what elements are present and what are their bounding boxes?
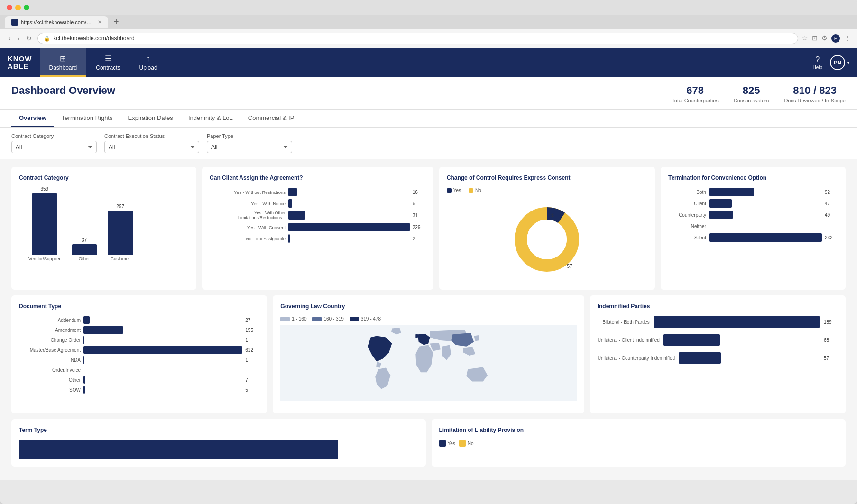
donut-container: 6 57	[447, 197, 647, 282]
filter-category-select[interactable]: All	[11, 141, 97, 153]
stat-counterparties-label: Total Counterparties	[672, 98, 718, 103]
filter-category-label: Contract Category	[11, 133, 97, 139]
filter-status-select[interactable]: All	[104, 141, 199, 153]
ca-bar-track-4	[288, 234, 410, 243]
filter-execution-status: Contract Execution Status All	[104, 133, 199, 153]
ind-val-unilateral-client: 68	[824, 338, 838, 343]
contract-category-card: Contract Category 359 Vendor/Supplier 37…	[11, 167, 196, 290]
legend-yes-dot	[447, 188, 452, 193]
tfc-bar-fill-client	[709, 199, 732, 208]
filter-paper-type: Paper Type All	[207, 133, 292, 153]
ind-label-unilateral-client: Unilateral - Client Indemnified	[598, 338, 660, 343]
bar-other: 37 Other	[72, 238, 97, 261]
close-button[interactable]	[7, 5, 12, 10]
screenshot-icon[interactable]: ⊡	[812, 34, 818, 43]
dt-bar-fill-amendment	[83, 326, 123, 334]
doc-type-chart: Addendum 27 Amendment 155	[19, 316, 259, 394]
ca-bar-track-0	[288, 188, 410, 196]
legend-no-label: No	[475, 188, 481, 193]
tfc-bar-fill-both	[709, 188, 754, 196]
maximize-button[interactable]	[24, 5, 29, 10]
tab-close-icon[interactable]: ✕	[98, 19, 101, 25]
user-avatar[interactable]: PN	[830, 55, 845, 70]
ind-row-unilateral-client: Unilateral - Client Indemnified 68	[598, 334, 838, 346]
dt-row-order-invoice: Order/Invoice	[19, 366, 259, 374]
tfc-chart: Both 92 Client 47	[668, 188, 838, 242]
lol-legend-yes: Yes	[439, 440, 455, 447]
lol-legend-yes-text: Yes	[448, 441, 455, 446]
url-box[interactable]: 🔒 kci.theknowable.com/dashboard	[37, 33, 798, 44]
title-bar	[0, 0, 857, 15]
tfc-label-silent: Silent	[668, 235, 706, 240]
nav-item-dashboard[interactable]: ⊞ Dashboard	[40, 48, 87, 77]
tfc-bar-track-client	[709, 199, 822, 208]
dt-val-other: 7	[245, 377, 259, 383]
nav-item-contracts[interactable]: ☰ Contracts	[86, 48, 129, 77]
dt-val-amendment: 155	[245, 328, 259, 333]
contracts-icon: ☰	[105, 54, 111, 63]
bookmark-icon[interactable]: ☆	[802, 34, 808, 43]
dt-bar-fill-master	[83, 346, 242, 354]
back-button[interactable]: ‹	[7, 34, 13, 43]
tfc-label-counterparty: Counterparty	[668, 212, 706, 218]
gl-legend-high-color	[350, 317, 359, 321]
tab-expiration[interactable]: Expiration Dates	[120, 110, 180, 127]
termination-convenience-card: Termination for Convenience Option Both …	[661, 167, 846, 290]
japan	[474, 335, 480, 341]
browser-tab[interactable]: https://kci.theknowable.com/d... ✕	[5, 16, 108, 28]
nav-item-upload[interactable]: ↑ Upload	[130, 48, 167, 77]
ca-val-1: 6	[413, 201, 426, 206]
legend-yes: Yes	[447, 188, 461, 193]
tfc-label-both: Both	[668, 190, 706, 195]
ca-bar-fill-0	[288, 188, 297, 196]
tab-commercial[interactable]: Commercial & IP	[240, 110, 302, 127]
help-button[interactable]: ? Help	[812, 55, 822, 70]
gl-legend-mid-label: 160 - 319	[323, 316, 343, 321]
india	[442, 345, 451, 360]
dt-val-change-order: 1	[245, 338, 259, 343]
change-control-title: Change of Control Requires Express Conse…	[447, 174, 647, 181]
dt-row-other: Other 7	[19, 376, 259, 384]
avatar-wrapper[interactable]: PN ▾	[830, 55, 849, 70]
termination-convenience-title: Termination for Convenience Option	[668, 174, 838, 181]
reload-button[interactable]: ↻	[24, 34, 34, 43]
tab-termination[interactable]: Termination Rights	[54, 110, 120, 127]
dt-row-change-order: Change Order 1	[19, 336, 259, 344]
filter-paper-select[interactable]: All	[207, 141, 292, 153]
dt-val-nda: 1	[245, 357, 259, 363]
page-header: Dashboard Overview 678 Total Counterpart…	[0, 77, 857, 110]
menu-icon[interactable]: ⋮	[844, 34, 850, 43]
bar-vendor: 359 Vendor/Supplier	[28, 186, 61, 261]
profile-icon[interactable]: P	[831, 34, 840, 43]
stats-row: 678 Total Counterparties 825 Docs in sys…	[672, 84, 846, 109]
nav-items: ⊞ Dashboard ☰ Contracts ↑ Upload	[40, 48, 167, 77]
tfc-label-client: Client	[668, 201, 706, 206]
new-tab-button[interactable]: +	[110, 15, 123, 29]
lol-legend-no-color	[459, 440, 466, 447]
ca-label-1: Yes - With Notice	[210, 201, 286, 206]
ind-label-bilateral: Bilateral - Both Parties	[598, 320, 650, 325]
bar-other-value: 37	[82, 238, 87, 243]
page-title-section: Dashboard Overview	[11, 84, 115, 102]
greenland	[391, 328, 401, 334]
filter-status-label: Contract Execution Status	[104, 133, 199, 139]
tabs: Overview Termination Rights Expiration D…	[11, 110, 846, 127]
forward-button[interactable]: ›	[16, 34, 22, 43]
page-title: Dashboard Overview	[11, 84, 115, 97]
tfc-bar-track-counterparty	[709, 211, 822, 219]
extension-icon[interactable]: ⚙	[821, 34, 828, 43]
stat-docs-reviewed: 810 / 823 Docs Reviewed / In-Scope	[784, 84, 846, 103]
dt-bar-track-other	[83, 376, 242, 384]
ca-row-4: No - Not Assignable 2	[210, 234, 426, 243]
ind-bar-fill-unilateral-counterparty	[679, 352, 721, 364]
charts-row-2: Document Type Addendum 27 Amendment	[11, 295, 846, 413]
term-type-card: Term Type	[11, 419, 426, 467]
tab-overview[interactable]: Overview	[11, 110, 54, 127]
tfc-row-counterparty: Counterparty 49	[668, 211, 838, 219]
tab-indemnity[interactable]: Indemnity & LoL	[181, 110, 240, 127]
gl-legend-high-label: 319 - 478	[361, 316, 381, 321]
minimize-button[interactable]	[15, 5, 21, 10]
help-label: Help	[812, 65, 822, 70]
ca-label-0: Yes - Without Restrictions	[210, 190, 286, 195]
filters-bar: Contract Category All Contract Execution…	[0, 128, 857, 159]
